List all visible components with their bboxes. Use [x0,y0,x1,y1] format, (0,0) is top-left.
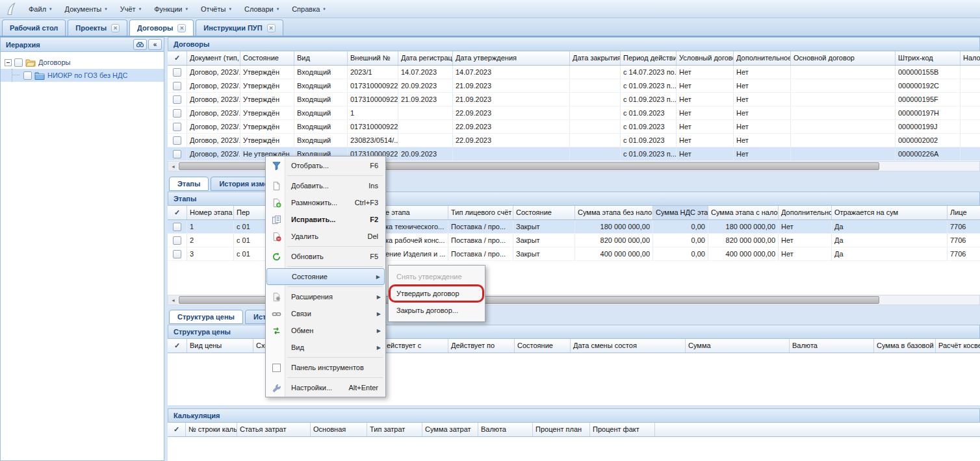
column-header[interactable]: Период действия.. [621,51,677,65]
scroll-left-icon[interactable]: ◄ [169,296,177,305]
context-menu-item[interactable]: Панель инструментов [266,359,385,376]
column-header[interactable]: Сумма этапа с налогами [708,206,779,219]
column-header[interactable]: Штрих-код [896,51,961,65]
context-menu-item[interactable]: Настройки...Alt+Enter [266,379,385,396]
column-header[interactable]: Основной договор [791,51,896,65]
table-row[interactable]: Договор, 2023/...УтверждёнВходящий122.09… [168,106,980,120]
column-header[interactable]: Дата регистрации. [398,51,453,65]
column-header[interactable]: Вид [294,51,348,65]
column-header[interactable]: Сумма [686,339,790,353]
column-header[interactable]: Состояние [513,206,575,219]
column-header[interactable]: Действует по [448,339,515,353]
tree-node-niokr[interactable]: НИОКР по ГОЗ без НДС [1,69,164,82]
menubar-item-label: Файл [29,5,46,13]
row-checkbox[interactable] [173,68,181,77]
tab-desktop[interactable]: Рабочий стол [2,19,66,36]
tab-stages[interactable]: Этапы [169,177,209,191]
context-menu-item[interactable]: УдалитьDel [266,228,385,245]
menubar-item-функции[interactable]: Функции▾ [148,3,194,16]
tab-projects[interactable]: Проекты✕ [68,19,127,36]
tree-node-contracts[interactable]: Договоры [1,56,164,69]
row-checkbox[interactable] [173,236,181,245]
table-row[interactable]: Договор, 2023/...УтверждёнВходящий017310… [168,79,980,93]
row-checkbox[interactable] [173,223,181,231]
menubar-item-документы[interactable]: Документы▾ [58,3,114,16]
submenu-item-approve-contract[interactable]: Утвердить договор [389,285,485,302]
row-checkbox[interactable] [173,82,181,90]
column-header[interactable]: Нало [961,51,980,65]
menubar-item-учёт[interactable]: Учёт▾ [114,3,148,16]
column-header[interactable]: Расчёт косвенных [936,339,980,353]
column-header[interactable]: Дополнительное с [779,206,832,219]
column-header[interactable]: ✓ [168,339,187,353]
menubar-item-отчёты[interactable]: Отчёты▾ [194,3,238,16]
column-header[interactable]: № строки калькул [186,423,237,436]
table-row[interactable]: Договор, 2023/...УтверждёнВходящий230823… [168,134,980,147]
column-header[interactable]: Процент факт [590,423,655,436]
row-checkbox[interactable] [173,150,181,158]
row-checkbox[interactable] [173,123,181,131]
column-header[interactable]: Сумма этапа без налогов [575,206,653,219]
table-row[interactable]: Договор, 2023/...УтверждёнВходящий017310… [168,120,980,134]
column-header[interactable]: Лице [948,206,980,219]
submenu-item[interactable]: Закрыть договор... [389,302,485,319]
node-checkbox[interactable] [14,58,23,67]
row-checkbox[interactable] [173,109,181,118]
context-menu-item[interactable]: Вид▶ [266,339,385,356]
column-header[interactable]: Номер этапа [187,206,234,219]
node-checkbox[interactable] [23,71,32,80]
context-menu-item[interactable]: ОбновитьF5 [266,248,385,265]
row-checkbox[interactable] [173,136,181,145]
context-menu-item[interactable]: Исправить...F2 [266,211,385,228]
row-checkbox[interactable] [173,250,181,258]
context-menu-item[interactable]: Состояние▶ [266,268,385,285]
menubar-item-файл[interactable]: Файл▾ [22,3,58,16]
collapse-node-icon[interactable] [5,59,12,66]
tab-instructions[interactable]: Инструкции ПУП✕ [196,19,283,36]
column-header[interactable]: Валюта [478,423,533,436]
column-header[interactable]: Валюта [790,339,874,353]
row-checkbox[interactable] [173,95,181,104]
column-header[interactable]: Состояние [240,51,294,65]
context-menu-item[interactable]: Связи▶ [266,305,385,322]
column-header[interactable]: Условный договор [677,51,734,65]
column-header[interactable]: Документ (тип, № [187,51,240,65]
column-header[interactable]: Дата утверждения [453,51,570,65]
column-header[interactable]: Дата смены состоя [571,339,686,353]
column-header[interactable]: Основная [311,423,367,436]
column-header[interactable]: Сумма НДС этапа [653,206,708,219]
search-icon[interactable] [133,39,147,50]
close-icon[interactable]: ✕ [267,24,276,32]
column-header[interactable]: ✓ [168,206,187,219]
scroll-left-icon[interactable]: ◄ [169,162,177,171]
column-header[interactable]: Тип лицевого счёт [448,206,513,219]
context-menu-item[interactable]: Добавить...Ins [266,177,385,194]
collapse-panel-button[interactable]: « [148,39,162,50]
column-header[interactable]: Дата закрытия [570,51,621,65]
column-header[interactable]: Статья затрат [237,423,311,436]
column-header[interactable]: Отражается на сум [832,206,948,219]
table-row[interactable]: Договор, 2023/...УтверждёнВходящий017310… [168,93,980,106]
column-header[interactable]: Состояние [515,339,571,353]
context-menu-item[interactable]: Обмен▶ [266,322,385,339]
column-header[interactable]: Сумма в базовой в [874,339,936,353]
tab-contracts[interactable]: Договоры✕ [129,19,194,36]
context-menu-item[interactable]: Расширения▶ [266,288,385,305]
column-header[interactable]: ействует с [382,339,448,353]
context-menu-item[interactable]: Размножить...Ctrl+F3 [266,194,385,211]
column-header[interactable]: Тип затрат [367,423,422,436]
tab-price-structure[interactable]: Структура цены [169,310,243,324]
close-icon[interactable]: ✕ [111,24,120,32]
menubar-item-словари[interactable]: Словари▾ [238,3,285,16]
column-header[interactable]: Сумма затрат [422,423,478,436]
menubar-item-справка[interactable]: Справка▾ [285,3,332,16]
column-header[interactable]: Внешний № [348,51,398,65]
column-header[interactable]: ✓ [168,423,186,436]
context-menu-item[interactable]: Отобрать...F6 [266,157,385,174]
column-header[interactable]: Дополнительное с [734,51,791,65]
column-header[interactable]: ✓ [168,51,187,65]
table-row[interactable]: Договор, 2023/...УтверждёнВходящий2023/1… [168,66,980,79]
close-icon[interactable]: ✕ [177,24,186,32]
column-header[interactable]: Процент план [533,423,590,436]
column-header[interactable]: Вид цены [187,339,253,353]
